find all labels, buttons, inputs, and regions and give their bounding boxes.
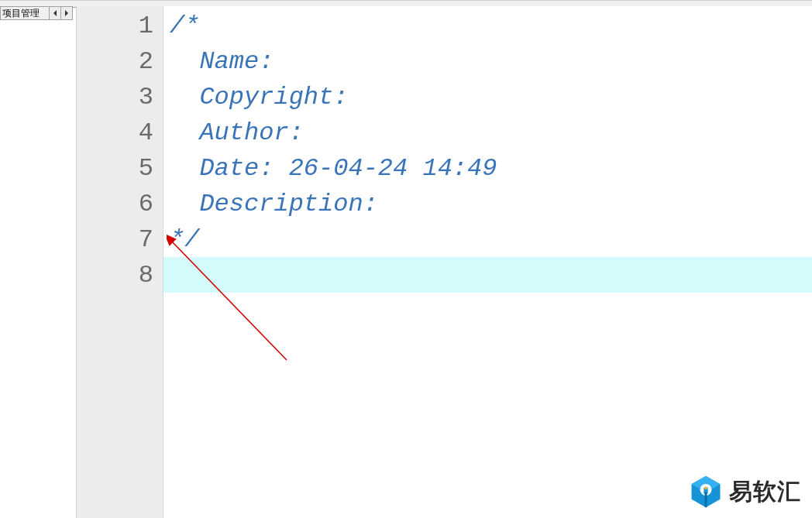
line-number: 3 — [77, 79, 163, 115]
watermark: 易软汇 — [689, 475, 801, 509]
chevron-right-icon — [64, 10, 69, 16]
svg-marker-0 — [53, 10, 57, 16]
watermark-text: 易软汇 — [729, 476, 801, 508]
chevron-left-icon — [53, 10, 57, 16]
line-number: 6 — [77, 186, 163, 221]
code-line[interactable]: Copyright: — [163, 79, 812, 115]
svg-marker-1 — [65, 10, 68, 16]
line-number: 1 — [77, 8, 163, 43]
code-line[interactable]: Author: — [163, 115, 812, 150]
project-manager-tab[interactable]: 项目管理 — [1, 7, 49, 19]
code-line[interactable]: Date: 26-04-24 14:49 — [163, 150, 812, 186]
watermark-logo-icon — [689, 475, 723, 509]
line-number: 5 — [77, 150, 163, 186]
line-number: 4 — [77, 115, 163, 150]
tab-scroll-right-button[interactable] — [60, 7, 72, 19]
code-line-current[interactable] — [163, 257, 812, 293]
line-number: 2 — [77, 43, 163, 79]
code-area[interactable]: /* Name: Copyright: Author: Date: 26-04-… — [163, 6, 812, 518]
code-line[interactable]: Name: — [163, 43, 812, 79]
line-number: 7 — [77, 221, 163, 257]
line-number-gutter: 1 2 3 4 5 6 7 8 — [77, 6, 163, 518]
line-number: 8 — [77, 257, 163, 293]
svg-point-8 — [704, 487, 707, 490]
side-panel-tabbar: 项目管理 — [0, 6, 73, 20]
code-line[interactable]: */ — [163, 221, 812, 257]
code-line[interactable]: Description: — [163, 186, 812, 221]
code-editor[interactable]: 1 2 3 4 5 6 7 8 /* Name: Copyright: Auth… — [76, 6, 812, 518]
tab-scroll-left-button[interactable] — [49, 7, 60, 19]
code-line[interactable]: /* — [163, 8, 812, 43]
